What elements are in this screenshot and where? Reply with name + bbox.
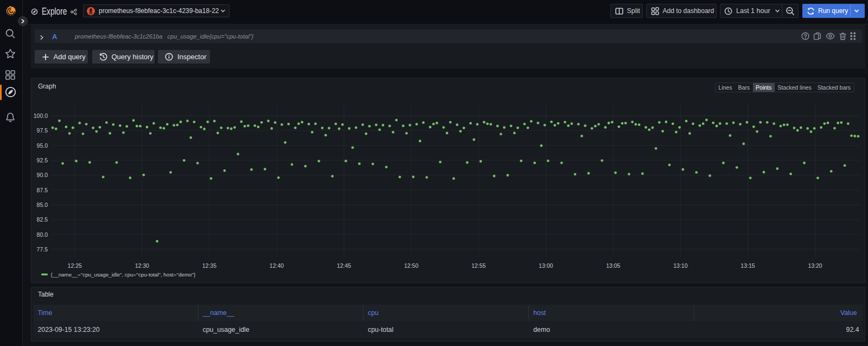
svg-text:90.0: 90.0 xyxy=(37,172,48,178)
svg-text:13:10: 13:10 xyxy=(673,262,687,269)
svg-text:{__name__="cpu_usage_idle", cp: {__name__="cpu_usage_idle", cpu="cpu-tot… xyxy=(51,272,196,278)
svg-text:12:55: 12:55 xyxy=(471,262,486,269)
svg-text:13:05: 13:05 xyxy=(606,262,620,269)
svg-text:12:35: 12:35 xyxy=(202,262,216,269)
svg-text:87.5: 87.5 xyxy=(37,187,48,193)
svg-text:100.0: 100.0 xyxy=(34,112,48,119)
svg-text:12:30: 12:30 xyxy=(135,262,149,269)
svg-text:80.0: 80.0 xyxy=(37,231,48,238)
svg-text:12:50: 12:50 xyxy=(404,262,418,269)
svg-text:12:25: 12:25 xyxy=(68,262,82,269)
svg-text:12:40: 12:40 xyxy=(270,262,284,269)
svg-text:97.5: 97.5 xyxy=(37,127,48,134)
svg-text:13:20: 13:20 xyxy=(808,262,822,269)
svg-text:85.0: 85.0 xyxy=(37,202,48,208)
svg-text:77.5: 77.5 xyxy=(37,246,48,253)
svg-text:12:45: 12:45 xyxy=(337,262,351,269)
svg-text:13:00: 13:00 xyxy=(539,262,553,269)
svg-text:92.5: 92.5 xyxy=(37,157,48,163)
svg-text:95.0: 95.0 xyxy=(37,142,48,149)
svg-text:13:15: 13:15 xyxy=(741,262,755,269)
svg-text:82.5: 82.5 xyxy=(37,216,48,223)
